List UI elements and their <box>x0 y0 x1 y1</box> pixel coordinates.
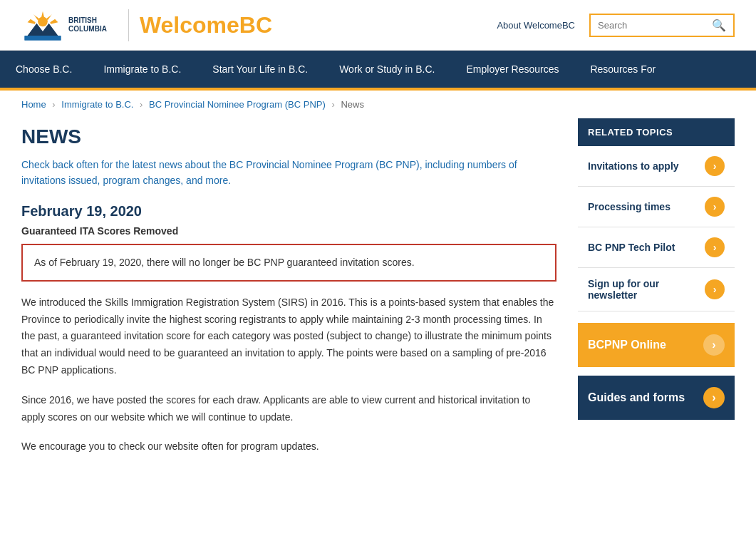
main-nav: Choose B.C. Immigrate to B.C. Start Your… <box>0 51 756 88</box>
svg-rect-7 <box>24 36 61 41</box>
bcpnp-online-label: BCPNP Online <box>588 339 666 351</box>
nav-immigrate[interactable]: Immigrate to B.C. <box>88 51 197 88</box>
breadcrumb-current: News <box>341 99 364 110</box>
search-input[interactable] <box>598 20 712 31</box>
header-right: About WelcomeBC 🔍 <box>497 14 735 37</box>
highlight-text: As of February 19, 2020, there will no l… <box>34 257 415 268</box>
related-topics-header: RELATED TOPICS <box>578 118 735 146</box>
related-link-tech-pilot-label: BC PNP Tech Pilot <box>588 242 675 253</box>
welcome-bc-logo: WelcomeBC <box>140 12 272 38</box>
related-link-newsletter-label: Sign up for our newsletter <box>588 278 705 301</box>
body-paragraph-2: Since 2016, we have posted the scores fo… <box>21 392 556 426</box>
related-link-invitations[interactable]: Invitations to apply › <box>578 146 735 187</box>
bcpnp-arrow-icon: › <box>703 334 725 356</box>
body-paragraph-1: We introduced the Skills Immigration Reg… <box>21 294 556 379</box>
svg-marker-2 <box>50 19 58 24</box>
body-paragraph-3: We encourage you to check our website of… <box>21 438 556 455</box>
nav-work-study[interactable]: Work or Study in B.C. <box>323 51 450 88</box>
intro-text: Check back often for the latest news abo… <box>21 157 556 189</box>
related-link-tech-pilot[interactable]: BC PNP Tech Pilot › <box>578 227 735 268</box>
guides-arrow-icon: › <box>703 387 725 408</box>
content-area: NEWS Check back often for the latest new… <box>21 118 556 468</box>
svg-marker-3 <box>33 14 39 21</box>
related-link-processing-label: Processing times <box>588 201 670 212</box>
about-welcomebc-link[interactable]: About WelcomeBC <box>497 20 575 31</box>
date-heading: February 19, 2020 <box>21 203 556 220</box>
svg-marker-1 <box>46 14 52 21</box>
arrow-icon-tech-pilot: › <box>705 237 725 257</box>
breadcrumb-home[interactable]: Home <box>21 99 46 110</box>
sidebar: RELATED TOPICS Invitations to apply › Pr… <box>578 118 735 468</box>
breadcrumb-bcpnp[interactable]: BC Provincial Nominee Program (BC PNP) <box>149 99 326 110</box>
page-title: NEWS <box>21 125 556 148</box>
sub-heading: Guaranteed ITA Scores Removed <box>21 225 556 237</box>
search-button[interactable]: 🔍 <box>712 19 726 32</box>
svg-point-5 <box>38 16 48 26</box>
nav-start-life[interactable]: Start Your Life in B.C. <box>197 51 323 88</box>
guides-forms-button[interactable]: Guides and forms › <box>578 376 735 420</box>
breadcrumb: Home › Immigrate to B.C. › BC Provincial… <box>0 91 756 118</box>
nav-employer-resources[interactable]: Employer Resources <box>451 51 575 88</box>
bcpnp-online-button[interactable]: BCPNP Online › <box>578 323 735 367</box>
main-content: NEWS Check back often for the latest new… <box>0 118 756 497</box>
nav-choose-bc[interactable]: Choose B.C. <box>0 51 88 88</box>
bc-flag-icon <box>21 7 64 43</box>
arrow-icon-invitations: › <box>705 156 725 176</box>
logo-area: BRITISH COLUMBIA WelcomeBC <box>21 7 272 43</box>
guides-forms-label: Guides and forms <box>588 391 685 404</box>
highlight-box: As of February 19, 2020, there will no l… <box>21 244 556 282</box>
site-header: BRITISH COLUMBIA WelcomeBC About Welcome… <box>0 0 756 51</box>
bc-text-logo: BRITISH COLUMBIA <box>68 16 107 34</box>
bc-logo: BRITISH COLUMBIA <box>21 7 107 43</box>
logo-divider <box>128 9 129 41</box>
nav-resources-for[interactable]: Resources For <box>574 51 671 88</box>
related-link-invitations-label: Invitations to apply <box>588 160 679 172</box>
arrow-icon-processing: › <box>705 197 725 217</box>
related-link-processing[interactable]: Processing times › <box>578 187 735 227</box>
search-box: 🔍 <box>589 14 735 37</box>
svg-marker-4 <box>28 19 36 24</box>
arrow-icon-newsletter: › <box>705 279 725 299</box>
breadcrumb-immigrate[interactable]: Immigrate to B.C. <box>61 99 133 110</box>
related-link-newsletter[interactable]: Sign up for our newsletter › <box>578 268 735 311</box>
